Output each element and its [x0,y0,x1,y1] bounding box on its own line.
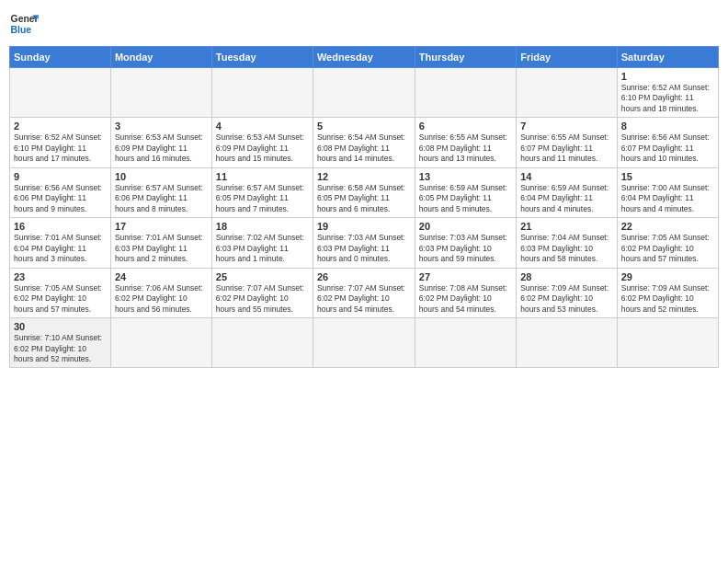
day-info: Sunrise: 7:09 AM Sunset: 6:02 PM Dayligh… [520,283,613,315]
day-number: 23 [14,271,107,282]
day-info: Sunrise: 7:02 AM Sunset: 6:03 PM Dayligh… [216,233,309,264]
calendar-cell [313,68,415,118]
day-number: 20 [419,221,512,232]
day-number: 12 [317,171,411,182]
weekday-header-friday: Friday [517,47,618,68]
calendar-cell [10,68,111,118]
calendar-week-4: 16Sunrise: 7:01 AM Sunset: 6:04 PM Dayli… [10,218,719,268]
calendar-week-2: 2Sunrise: 6:52 AM Sunset: 6:10 PM Daylig… [10,118,719,167]
day-number: 28 [520,271,613,282]
calendar-cell: 28Sunrise: 7:09 AM Sunset: 6:02 PM Dayli… [517,268,618,317]
day-number: 8 [621,121,714,132]
calendar-cell: 21Sunrise: 7:04 AM Sunset: 6:03 PM Dayli… [517,218,618,268]
day-number: 6 [419,121,512,132]
calendar-cell: 13Sunrise: 6:59 AM Sunset: 6:05 PM Dayli… [415,167,516,217]
calendar-cell: 1Sunrise: 6:52 AM Sunset: 6:10 PM Daylig… [617,68,718,118]
calendar-cell: 5Sunrise: 6:54 AM Sunset: 6:08 PM Daylig… [313,118,415,167]
day-number: 1 [621,71,714,82]
calendar-cell: 19Sunrise: 7:03 AM Sunset: 6:03 PM Dayli… [313,218,415,268]
calendar-cell [415,68,516,118]
calendar-cell [517,68,618,118]
svg-text:Blue: Blue [11,25,32,35]
day-number: 18 [216,221,309,232]
day-info: Sunrise: 7:05 AM Sunset: 6:02 PM Dayligh… [621,233,714,264]
calendar-cell: 11Sunrise: 6:57 AM Sunset: 6:05 PM Dayli… [211,167,313,217]
calendar-cell: 25Sunrise: 7:07 AM Sunset: 6:02 PM Dayli… [211,268,313,317]
day-info: Sunrise: 7:01 AM Sunset: 6:03 PM Dayligh… [115,233,208,264]
calendar-cell: 22Sunrise: 7:05 AM Sunset: 6:02 PM Dayli… [617,218,718,268]
day-number: 26 [317,271,411,282]
day-info: Sunrise: 6:59 AM Sunset: 6:05 PM Dayligh… [419,183,512,214]
day-number: 10 [115,171,208,182]
day-number: 5 [317,121,411,132]
day-info: Sunrise: 7:07 AM Sunset: 6:02 PM Dayligh… [317,283,411,315]
calendar-week-1: 1Sunrise: 6:52 AM Sunset: 6:10 PM Daylig… [10,68,719,118]
day-number: 24 [115,271,208,282]
day-info: Sunrise: 7:07 AM Sunset: 6:02 PM Dayligh… [216,283,309,315]
calendar-cell [110,68,211,118]
weekday-header-wednesday: Wednesday [313,47,415,68]
day-info: Sunrise: 7:03 AM Sunset: 6:03 PM Dayligh… [317,233,411,264]
calendar-cell: 4Sunrise: 6:53 AM Sunset: 6:09 PM Daylig… [211,118,313,167]
day-info: Sunrise: 6:57 AM Sunset: 6:05 PM Dayligh… [216,183,309,214]
calendar-cell: 14Sunrise: 6:59 AM Sunset: 6:04 PM Dayli… [517,167,618,217]
calendar-cell: 18Sunrise: 7:02 AM Sunset: 6:03 PM Dayli… [211,218,313,268]
day-number: 4 [216,121,309,132]
day-number: 7 [520,121,613,132]
day-info: Sunrise: 6:58 AM Sunset: 6:05 PM Dayligh… [317,183,411,214]
day-number: 17 [115,221,208,232]
day-info: Sunrise: 7:10 AM Sunset: 6:02 PM Dayligh… [14,333,107,364]
calendar-cell [313,318,415,368]
calendar-cell: 20Sunrise: 7:03 AM Sunset: 6:03 PM Dayli… [415,218,516,268]
day-number: 14 [520,171,613,182]
day-info: Sunrise: 7:03 AM Sunset: 6:03 PM Dayligh… [419,233,512,264]
calendar-cell: 30Sunrise: 7:10 AM Sunset: 6:02 PM Dayli… [10,318,111,368]
day-info: Sunrise: 7:08 AM Sunset: 6:02 PM Dayligh… [419,283,512,315]
calendar-cell: 6Sunrise: 6:55 AM Sunset: 6:08 PM Daylig… [415,118,516,167]
calendar-cell: 23Sunrise: 7:05 AM Sunset: 6:02 PM Dayli… [10,268,111,317]
day-info: Sunrise: 6:53 AM Sunset: 6:09 PM Dayligh… [115,132,208,164]
calendar-cell: 15Sunrise: 7:00 AM Sunset: 6:04 PM Dayli… [617,167,718,217]
calendar-week-5: 23Sunrise: 7:05 AM Sunset: 6:02 PM Dayli… [10,268,719,317]
day-info: Sunrise: 6:54 AM Sunset: 6:08 PM Dayligh… [317,132,411,164]
calendar-cell: 27Sunrise: 7:08 AM Sunset: 6:02 PM Dayli… [415,268,516,317]
calendar-cell: 3Sunrise: 6:53 AM Sunset: 6:09 PM Daylig… [110,118,211,167]
day-number: 22 [621,221,714,232]
day-info: Sunrise: 6:55 AM Sunset: 6:08 PM Dayligh… [419,132,512,164]
day-info: Sunrise: 7:09 AM Sunset: 6:02 PM Dayligh… [621,283,714,315]
calendar-cell: 7Sunrise: 6:55 AM Sunset: 6:07 PM Daylig… [517,118,618,167]
weekday-header-row: SundayMondayTuesdayWednesdayThursdayFrid… [10,47,719,68]
calendar-cell: 24Sunrise: 7:06 AM Sunset: 6:02 PM Dayli… [110,268,211,317]
logo-icon: General Blue [9,9,39,39]
calendar-cell [211,68,313,118]
calendar-cell [110,318,211,368]
calendar-cell: 17Sunrise: 7:01 AM Sunset: 6:03 PM Dayli… [110,218,211,268]
logo: General Blue [9,9,39,39]
day-info: Sunrise: 6:56 AM Sunset: 6:06 PM Dayligh… [14,183,107,214]
calendar-cell [617,318,718,368]
day-info: Sunrise: 6:55 AM Sunset: 6:07 PM Dayligh… [520,132,613,164]
day-number: 30 [14,321,107,332]
calendar-cell [211,318,313,368]
calendar-table: SundayMondayTuesdayWednesdayThursdayFrid… [9,46,719,368]
calendar-cell: 9Sunrise: 6:56 AM Sunset: 6:06 PM Daylig… [10,167,111,217]
day-info: Sunrise: 6:56 AM Sunset: 6:07 PM Dayligh… [621,132,714,164]
day-number: 19 [317,221,411,232]
page-header: General Blue [9,9,719,39]
calendar-cell: 12Sunrise: 6:58 AM Sunset: 6:05 PM Dayli… [313,167,415,217]
calendar-week-3: 9Sunrise: 6:56 AM Sunset: 6:06 PM Daylig… [10,167,719,217]
day-info: Sunrise: 6:52 AM Sunset: 6:10 PM Dayligh… [14,132,107,164]
calendar-cell: 16Sunrise: 7:01 AM Sunset: 6:04 PM Dayli… [10,218,111,268]
day-info: Sunrise: 6:57 AM Sunset: 6:06 PM Dayligh… [115,183,208,214]
day-info: Sunrise: 7:06 AM Sunset: 6:02 PM Dayligh… [115,283,208,315]
calendar-cell [415,318,516,368]
day-number: 21 [520,221,613,232]
day-info: Sunrise: 7:00 AM Sunset: 6:04 PM Dayligh… [621,183,714,214]
day-number: 3 [115,121,208,132]
day-number: 25 [216,271,309,282]
day-info: Sunrise: 6:59 AM Sunset: 6:04 PM Dayligh… [520,183,613,214]
day-number: 11 [216,171,309,182]
day-number: 15 [621,171,714,182]
day-number: 29 [621,271,714,282]
weekday-header-thursday: Thursday [415,47,516,68]
